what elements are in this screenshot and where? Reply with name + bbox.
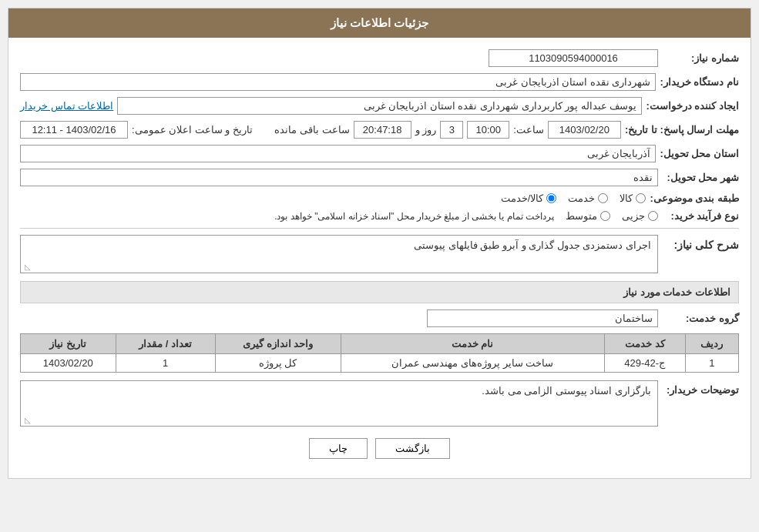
- back-button[interactable]: بازگشت: [375, 438, 450, 459]
- buyer-row: نام دستگاه خریدار: شهرداری نقده استان اذ…: [20, 73, 739, 91]
- cell-name: ساخت سایر پروژه‌های مهندسی عمران: [341, 354, 604, 373]
- buyer-notes-value: بارگزاری اسناد پیوستی الزامی می باشد.: [20, 380, 658, 427]
- purchase-label-jozii: جزیی: [622, 210, 645, 222]
- cell-date: 1403/02/20: [21, 354, 116, 373]
- category-row: طبقه بندی موضوعی: کالا خدمت کالا/خدمت: [20, 192, 739, 204]
- creator-value: یوسف عبداله پور کاربرداری شهرداری نقده ا…: [117, 97, 642, 115]
- services-section-title: اطلاعات خدمات مورد نیاز: [20, 281, 739, 303]
- buttons-row: بازگشت چاپ: [20, 438, 739, 467]
- category-label-kala: کالا: [620, 192, 633, 204]
- need-number-value: 1103090594000016: [489, 49, 658, 67]
- deadline-row: مهلت ارسال پاسخ: تا تاریخ: 1403/02/20 سا…: [20, 121, 739, 139]
- description-section-title: شرح کلی نیاز:: [662, 235, 739, 251]
- purchase-type-label: نوع فرآیند خرید:: [662, 210, 739, 222]
- col-header-code: کد خدمت: [604, 334, 685, 354]
- cell-unit: کل پروژه: [215, 354, 341, 373]
- announcement-label: تاریخ و ساعت اعلان عمومی:: [132, 124, 253, 136]
- category-label: طبقه بندی موضوعی:: [650, 192, 739, 204]
- col-header-name: نام خدمت: [341, 334, 604, 354]
- table-row: 1 ج-42-429 ساخت سایر پروژه‌های مهندسی عم…: [21, 354, 739, 373]
- description-value: اجرای دستمزدی جدول گذاری و آبرو طبق فایل…: [20, 235, 658, 273]
- description-container: اجرای دستمزدی جدول گذاری و آبرو طبق فایل…: [20, 235, 658, 273]
- deadline-days: 3: [440, 121, 463, 139]
- announcement-value: 1403/02/16 - 12:11: [20, 121, 128, 139]
- col-header-qty: تعداد / مقدار: [116, 334, 215, 354]
- creator-row: ایجاد کننده درخواست: یوسف عبداله پور کار…: [20, 97, 739, 115]
- city-row: شهر محل تحویل: نقده: [20, 169, 739, 186]
- notes-resize-handle: ◺: [22, 416, 31, 425]
- buyer-value: شهرداری نقده استان اذربایجان غربی: [20, 73, 656, 91]
- category-radio-kala[interactable]: [636, 193, 646, 203]
- category-radio-khedmat[interactable]: [598, 193, 608, 203]
- deadline-day-label: روز و: [415, 124, 437, 136]
- cell-qty: 1: [116, 354, 215, 373]
- province-label: استان محل تحویل:: [660, 148, 739, 159]
- purchase-note: پرداخت تمام یا بخشی از مبلغ خریدار محل "…: [274, 211, 554, 222]
- service-group-row: گروه خدمت: ساختمان: [20, 309, 739, 327]
- col-header-unit: واحد اندازه گیری: [215, 334, 341, 354]
- resize-handle: ◺: [22, 263, 31, 272]
- buyer-label: نام دستگاه خریدار:: [660, 76, 739, 88]
- purchase-type-row: نوع فرآیند خرید: جزیی متوسط پرداخت تمام …: [20, 210, 739, 222]
- page-title: جزئیات اطلاعات نیاز: [331, 16, 428, 29]
- city-value: نقده: [20, 169, 658, 186]
- category-option-khedmat: خدمت: [568, 192, 608, 204]
- category-option-both: کالا/خدمت: [501, 192, 557, 204]
- deadline-time: 10:00: [467, 121, 509, 139]
- deadline-remaining: 20:47:18: [354, 121, 411, 139]
- col-header-row: ردیف: [685, 334, 738, 354]
- purchase-radio-motavasset[interactable]: [600, 211, 610, 221]
- purchase-radio-jozii[interactable]: [648, 211, 658, 221]
- city-label: شهر محل تحویل:: [662, 172, 739, 183]
- cell-code: ج-42-429: [604, 354, 685, 373]
- category-radio-both[interactable]: [546, 193, 556, 203]
- notes-container: بارگزاری اسناد پیوستی الزامی می باشد. ◺: [20, 380, 658, 427]
- purchase-label-motavasset: متوسط: [566, 210, 597, 222]
- buyer-notes-label: توضیحات خریدار:: [662, 380, 739, 396]
- cell-row: 1: [685, 354, 738, 373]
- deadline-date: 1403/02/20: [548, 121, 621, 139]
- province-row: استان محل تحویل: آذربایجان غربی: [20, 145, 739, 162]
- description-section: شرح کلی نیاز: اجرای دستمزدی جدول گذاری و…: [20, 235, 739, 273]
- service-group-label: گروه خدمت:: [662, 313, 739, 324]
- purchase-type-radio-group: جزیی متوسط پرداخت تمام یا بخشی از مبلغ خ…: [20, 210, 658, 222]
- buyer-notes-section: توضیحات خریدار: بارگزاری اسناد پیوستی ال…: [20, 380, 739, 427]
- contact-link[interactable]: اطلاعات تماس خریدار: [20, 100, 113, 112]
- col-header-date: تاریخ نیاز: [21, 334, 116, 354]
- category-label-khedmat: خدمت: [568, 192, 595, 204]
- province-value: آذربایجان غربی: [20, 145, 656, 162]
- page-header: جزئیات اطلاعات نیاز: [8, 8, 751, 38]
- category-label-both: کالا/خدمت: [501, 192, 544, 204]
- category-option-kala: کالا: [620, 192, 646, 204]
- category-radio-group: کالا خدمت کالا/خدمت: [20, 192, 646, 204]
- services-table: ردیف کد خدمت نام خدمت واحد اندازه گیری ت…: [20, 333, 739, 373]
- deadline-remaining-label: ساعت باقی مانده: [274, 124, 349, 136]
- print-button[interactable]: چاپ: [309, 438, 368, 459]
- service-group-value: ساختمان: [427, 309, 658, 327]
- deadline-label: مهلت ارسال پاسخ: تا تاریخ:: [625, 124, 739, 136]
- need-number-row: شماره نیاز: 1103090594000016: [20, 49, 739, 67]
- purchase-option-jozii: جزیی: [622, 210, 658, 222]
- creator-label: ایجاد کننده درخواست:: [646, 100, 739, 112]
- need-number-label: شماره نیاز:: [662, 52, 739, 64]
- purchase-option-motavasset: متوسط: [566, 210, 610, 222]
- deadline-time-label: ساعت:: [513, 124, 544, 136]
